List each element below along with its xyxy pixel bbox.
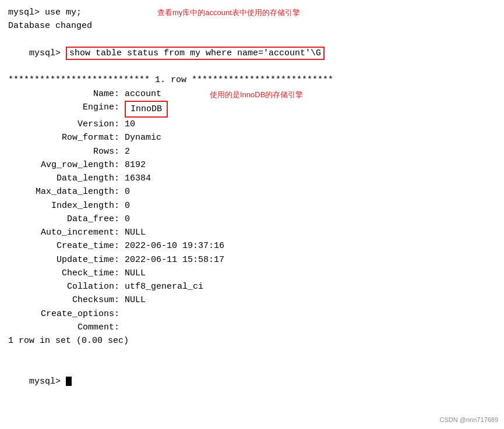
field-label-row-format: Row_format: <box>8 131 125 144</box>
field-label-collation: Collation: <box>8 280 125 293</box>
field-value-data-free: 0 <box>125 212 130 226</box>
row-auto-increment: Auto_increment: NULL <box>8 226 496 239</box>
field-value-name: account <box>125 87 161 101</box>
field-label-create-options: Create_options: <box>8 307 125 321</box>
field-value-checksum: NULL <box>125 293 146 307</box>
row-version: Version: 10 <box>8 118 496 131</box>
show-table-cmd-box: show table status from my where name='ac… <box>66 47 325 60</box>
row-avg-row-length: Avg_row_length: 8192 <box>8 158 496 172</box>
line-show-cmd: mysql> show table status from my where n… <box>8 33 496 74</box>
field-label-auto-increment: Auto_increment: <box>8 226 125 239</box>
row-index-length: Index_length: 0 <box>8 199 496 212</box>
field-value-rows: 2 <box>125 145 130 158</box>
terminal-cursor <box>66 377 72 386</box>
field-value-data-length: 16384 <box>125 172 151 185</box>
watermark: CSDN @nnn717689 <box>440 416 498 423</box>
line-row-count: 1 row in set (0.00 sec) <box>8 334 496 348</box>
annotation-engine: 使用的是InnoDB的存储引擎 <box>210 89 303 101</box>
field-value-check-time: NULL <box>125 267 146 280</box>
row-row-format: Row_format: Dynamic <box>8 131 496 144</box>
line-blank <box>8 348 496 361</box>
field-value-engine-box: InnoDB <box>125 101 168 118</box>
field-label-avg-row-length: Avg_row_length: <box>8 158 125 172</box>
field-value-index-length: 0 <box>125 199 130 212</box>
row-data-length: Data_length: 16384 <box>8 172 496 185</box>
terminal: 查看my库中的account表中使用的存储引擎 使用的是InnoDB的存储引擎 … <box>8 6 496 402</box>
row-engine: Engine: InnoDB <box>8 101 496 118</box>
field-label-engine: Engine: <box>8 101 125 118</box>
field-value-auto-increment: NULL <box>125 226 146 239</box>
row-create-options: Create_options: <box>8 307 496 321</box>
annotation-top: 查看my库中的account表中使用的存储引擎 <box>157 7 300 19</box>
field-label-version: Version: <box>8 118 125 131</box>
field-value-create-time: 2022-06-10 19:37:16 <box>125 239 224 253</box>
row-update-time: Update_time: 2022-06-11 15:58:17 <box>8 253 496 267</box>
prompt-final: mysql> <box>29 377 66 387</box>
line-db-changed: Database changed <box>8 19 496 33</box>
field-label-check-time: Check_time: <box>8 267 125 280</box>
row-max-data-length: Max_data_length: 0 <box>8 185 496 198</box>
row-collation: Collation: utf8_general_ci <box>8 280 496 293</box>
prompt-use: mysql> use my; <box>8 8 82 17</box>
field-label-data-length: Data_length: <box>8 172 125 185</box>
line-final-prompt: mysql> <box>8 361 496 402</box>
field-label-comment: Comment: <box>8 321 125 334</box>
field-label-rows: Rows: <box>8 145 125 158</box>
row-rows: Rows: 2 <box>8 145 496 158</box>
field-label-name: Name: <box>8 87 125 101</box>
field-value-row-format: Dynamic <box>125 131 161 144</box>
field-label-create-time: Create_time: <box>8 239 125 253</box>
field-value-version: 10 <box>125 118 135 131</box>
field-value-collation: utf8_general_ci <box>125 280 203 293</box>
field-value-update-time: 2022-06-11 15:58:17 <box>125 253 224 267</box>
prompt-show: mysql> <box>29 48 66 58</box>
row-checksum: Checksum: NULL <box>8 293 496 307</box>
row-data-free: Data_free: 0 <box>8 212 496 226</box>
field-label-index-length: Index_length: <box>8 199 125 212</box>
field-label-max-data-length: Max_data_length: <box>8 185 125 198</box>
field-label-checksum: Checksum: <box>8 293 125 307</box>
row-check-time: Check_time: NULL <box>8 267 496 280</box>
line-separator: *************************** 1. row *****… <box>8 73 496 87</box>
row-create-time: Create_time: 2022-06-10 19:37:16 <box>8 239 496 253</box>
field-label-data-free: Data_free: <box>8 212 125 226</box>
row-comment: Comment: <box>8 321 496 334</box>
field-value-avg-row-length: 8192 <box>125 158 146 172</box>
field-label-update-time: Update_time: <box>8 253 125 267</box>
field-value-max-data-length: 0 <box>125 185 130 198</box>
